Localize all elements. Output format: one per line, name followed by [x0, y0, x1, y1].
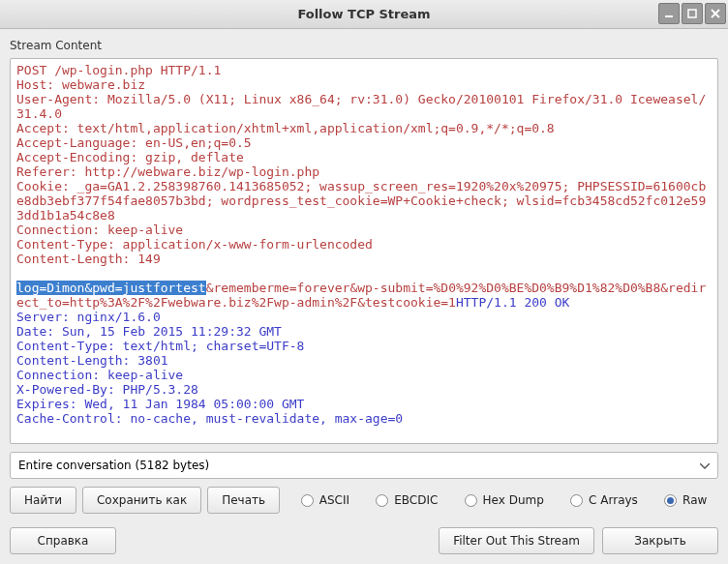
find-button[interactable]: Найти — [10, 487, 76, 514]
bottom-row: Справка Filter Out This Stream Закрыть — [10, 527, 718, 554]
chevron-down-icon — [700, 459, 710, 472]
titlebar: Follow TCP Stream — [0, 0, 728, 29]
stream-content-label: Stream Content — [10, 39, 718, 52]
radio-icon — [376, 494, 388, 507]
radio-label: Hex Dump — [483, 493, 544, 507]
radio-carrays[interactable]: C Arrays — [570, 493, 638, 507]
svg-rect-1 — [688, 10, 696, 17]
print-button[interactable]: Печать — [207, 487, 280, 514]
help-button[interactable]: Справка — [10, 527, 116, 554]
radio-raw[interactable]: Raw — [664, 493, 707, 507]
filter-out-button[interactable]: Filter Out This Stream — [439, 527, 594, 554]
conversation-dropdown-label: Entire conversation (5182 bytes) — [18, 459, 209, 472]
radio-label: EBCDIC — [394, 493, 438, 507]
format-radio-group: ASCII EBCDIC Hex Dump C Arrays Raw — [286, 493, 718, 507]
radio-icon — [301, 494, 314, 507]
minimize-button[interactable] — [658, 3, 680, 24]
radio-icon — [570, 494, 583, 507]
save-as-button[interactable]: Сохранить как — [82, 487, 201, 514]
radio-label: C Arrays — [589, 493, 638, 507]
dialog-body: Stream Content POST /wp-login.php HTTP/1… — [0, 29, 728, 564]
radio-ascii[interactable]: ASCII — [301, 493, 349, 507]
svg-rect-0 — [665, 15, 673, 17]
maximize-button[interactable] — [682, 3, 703, 24]
radio-label: Raw — [682, 493, 707, 507]
radio-icon — [465, 494, 477, 507]
radio-ebcdic[interactable]: EBCDIC — [376, 493, 438, 507]
stream-content-textarea[interactable]: POST /wp-login.php HTTP/1.1 Host: webwar… — [10, 58, 718, 444]
window-title: Follow TCP Stream — [0, 7, 728, 21]
action-row: Найти Сохранить как Печать ASCII EBCDIC … — [10, 487, 718, 514]
close-button[interactable] — [705, 3, 726, 24]
radio-hexdump[interactable]: Hex Dump — [465, 493, 544, 507]
window-controls — [658, 3, 726, 24]
conversation-dropdown[interactable]: Entire conversation (5182 bytes) — [10, 452, 718, 479]
radio-label: ASCII — [319, 493, 349, 507]
response-text: HTTP/1.1 200 OK Server: nginx/1.6.0 Date… — [16, 295, 569, 426]
radio-icon — [664, 494, 677, 507]
request-text: POST /wp-login.php HTTP/1.1 Host: webwar… — [16, 63, 706, 266]
selected-text: log=Dimon&pwd=justfortest — [16, 281, 206, 295]
close-dialog-button[interactable]: Закрыть — [602, 527, 718, 554]
